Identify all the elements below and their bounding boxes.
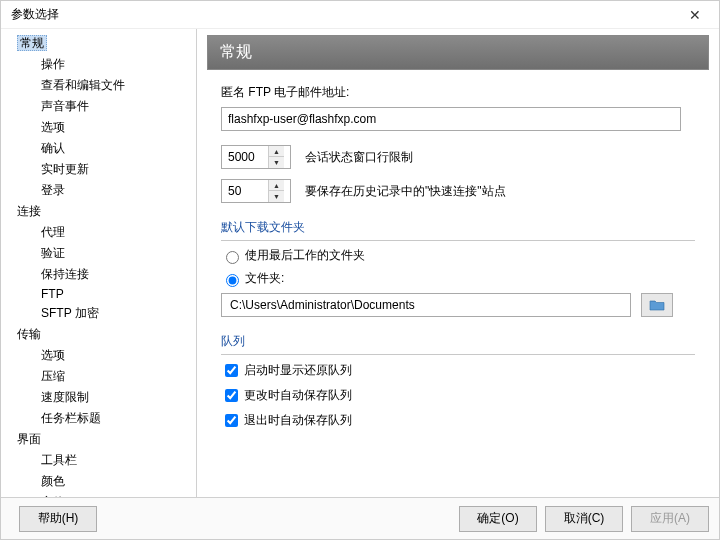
sidebar-item-options[interactable]: 选项 (1, 117, 196, 138)
radio-last-folder[interactable]: 使用最后工作的文件夹 (221, 247, 695, 264)
sidebar-item-interface[interactable]: 界面 (1, 429, 196, 450)
folder-icon (649, 298, 665, 312)
close-button[interactable]: ✕ (675, 4, 715, 26)
check-restore-input[interactable] (225, 364, 238, 377)
folder-path-input[interactable] (221, 293, 631, 317)
sidebar-item-proxy[interactable]: 代理 (1, 222, 196, 243)
panel-title: 常规 (207, 35, 709, 70)
check-restore-queue[interactable]: 启动时显示还原队列 (221, 361, 695, 380)
queue-section-title: 队列 (221, 333, 695, 355)
sidebar-item-sounds[interactable]: 声音事件 (1, 96, 196, 117)
anon-email-input[interactable] (221, 107, 681, 131)
sidebar-item-compression[interactable]: 压缩 (1, 366, 196, 387)
sidebar-item-ftp[interactable]: FTP (1, 285, 196, 303)
window-title: 参数选择 (11, 6, 59, 23)
footer: 帮助(H) 确定(O) 取消(C) 应用(A) (1, 497, 719, 539)
ok-button[interactable]: 确定(O) (459, 506, 537, 532)
sidebar-item-confirm[interactable]: 确认 (1, 138, 196, 159)
panel-body: 匿名 FTP 电子邮件地址: ▲ ▼ 会话状态窗口行限制 (207, 70, 709, 491)
sidebar-item-transfer-options[interactable]: 选项 (1, 345, 196, 366)
history-input[interactable] (222, 182, 268, 200)
check-autosave-exit-input[interactable] (225, 414, 238, 427)
radio-folder-label: 文件夹: (245, 270, 284, 287)
sidebar-item-sftp[interactable]: SFTP 加密 (1, 303, 196, 324)
check-autosave-exit[interactable]: 退出时自动保存队列 (221, 411, 695, 430)
preferences-window: 参数选择 ✕ 常规 操作 查看和编辑文件 声音事件 选项 确认 实时更新 登录 … (0, 0, 720, 540)
history-label: 要保存在历史记录中的"快速连接"站点 (305, 183, 506, 200)
sidebar-item-transfer[interactable]: 传输 (1, 324, 196, 345)
cancel-button[interactable]: 取消(C) (545, 506, 623, 532)
radio-last-folder-input[interactable] (226, 251, 239, 264)
sidebar-item-keepalive[interactable]: 保持连接 (1, 264, 196, 285)
sidebar-item-colors[interactable]: 颜色 (1, 471, 196, 492)
sidebar-item-general[interactable]: 常规 (1, 33, 196, 54)
sidebar-item-operations[interactable]: 操作 (1, 54, 196, 75)
sidebar-item-taskbar-title[interactable]: 任务栏标题 (1, 408, 196, 429)
sidebar-item-identification[interactable]: 验证 (1, 243, 196, 264)
session-limit-label: 会话状态窗口行限制 (305, 149, 413, 166)
sidebar-item-view-edit-files[interactable]: 查看和编辑文件 (1, 75, 196, 96)
spinner-down-icon[interactable]: ▼ (269, 191, 284, 202)
sidebar: 常规 操作 查看和编辑文件 声音事件 选项 确认 实时更新 登录 连接 代理 验… (1, 29, 197, 497)
sidebar-item-login[interactable]: 登录 (1, 180, 196, 201)
sidebar-item-connection[interactable]: 连接 (1, 201, 196, 222)
check-autosave-change[interactable]: 更改时自动保存队列 (221, 386, 695, 405)
radio-folder[interactable]: 文件夹: (221, 270, 695, 287)
spinner-up-icon[interactable]: ▲ (269, 146, 284, 157)
session-limit-input[interactable] (222, 148, 268, 166)
window-body: 常规 操作 查看和编辑文件 声音事件 选项 确认 实时更新 登录 连接 代理 验… (1, 29, 719, 497)
help-button[interactable]: 帮助(H) (19, 506, 97, 532)
history-spinner[interactable]: ▲ ▼ (221, 179, 291, 203)
close-icon: ✕ (689, 7, 701, 23)
anon-email-label: 匿名 FTP 电子邮件地址: (221, 84, 695, 101)
radio-folder-input[interactable] (226, 274, 239, 287)
check-restore-label: 启动时显示还原队列 (244, 362, 352, 379)
session-limit-spinner[interactable]: ▲ ▼ (221, 145, 291, 169)
download-section-title: 默认下载文件夹 (221, 219, 695, 241)
main-panel: 常规 匿名 FTP 电子邮件地址: ▲ ▼ 会话状态窗口行限制 (197, 29, 719, 497)
titlebar: 参数选择 ✕ (1, 1, 719, 29)
sidebar-item-live-update[interactable]: 实时更新 (1, 159, 196, 180)
sidebar-item-toolbar[interactable]: 工具栏 (1, 450, 196, 471)
check-autosave-exit-label: 退出时自动保存队列 (244, 412, 352, 429)
radio-last-folder-label: 使用最后工作的文件夹 (245, 247, 365, 264)
apply-button[interactable]: 应用(A) (631, 506, 709, 532)
spinner-up-icon[interactable]: ▲ (269, 180, 284, 191)
sidebar-item-speed-limit[interactable]: 速度限制 (1, 387, 196, 408)
browse-folder-button[interactable] (641, 293, 673, 317)
spinner-down-icon[interactable]: ▼ (269, 157, 284, 168)
check-autosave-change-input[interactable] (225, 389, 238, 402)
check-autosave-change-label: 更改时自动保存队列 (244, 387, 352, 404)
